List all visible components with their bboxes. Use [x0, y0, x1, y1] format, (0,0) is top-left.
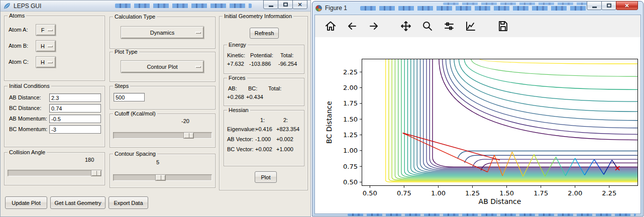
axes-box[interactable]: 0.500.751.001.251.501.752.002.250.500.75…	[362, 59, 638, 186]
plot-type-select[interactable]: Contour Plot	[121, 60, 204, 73]
y-tick-label: 2.00	[343, 84, 358, 91]
figure-canvas: 0.500.751.001.251.501.752.002.250.500.75…	[315, 37, 640, 213]
minimize-icon	[592, 7, 597, 8]
cutoff-slider[interactable]	[113, 132, 212, 139]
atom-b-value: H	[41, 43, 45, 49]
close-button[interactable]: ✕	[292, 0, 307, 9]
y-tick-label: 1.25	[343, 131, 358, 139]
figure-titlebar[interactable]: Figure 1 ✕	[312, 2, 643, 15]
atom-c-label: Atom C:	[9, 59, 29, 65]
atom-a-value: F	[41, 27, 45, 33]
dropdown-indicator-icon	[47, 45, 53, 47]
dropdown-indicator-icon	[47, 29, 53, 31]
y-axis-label: BC Distance	[325, 101, 333, 144]
collision-angle-label: Collision Angle	[8, 149, 47, 156]
maximize-icon	[607, 4, 611, 8]
save-button[interactable]	[494, 18, 511, 35]
atom-b-select[interactable]: H	[36, 40, 56, 52]
energy-total-header: Total:	[280, 52, 293, 58]
forward-button[interactable]	[365, 18, 382, 35]
contour-spacing-group: Contour Spacing 5	[110, 154, 216, 188]
glass-artifact	[443, 3, 594, 5]
export-data-button[interactable]: Export Data	[109, 196, 148, 209]
subplots-button[interactable]	[441, 18, 458, 35]
dropdown-indicator-icon	[195, 66, 201, 68]
plot-type-group: Plot Type Contour Plot	[110, 52, 216, 82]
initial-conditions-group: Initial Conditions AB Distance: BC Dista…	[4, 86, 105, 147]
ab-distance-label: AB Distance:	[9, 94, 41, 100]
energy-potential-header: Potential:	[250, 52, 273, 58]
contour-spacing-label: Contour Spacing	[113, 151, 157, 157]
contour-line	[392, 59, 638, 180]
bc-momentum-input[interactable]	[49, 125, 101, 134]
bc-distance-label: BC Distance:	[9, 105, 41, 111]
energy-label: Energy	[227, 42, 248, 48]
cutoff-slider-handle[interactable]	[183, 132, 194, 139]
pan-icon	[400, 20, 412, 32]
energy-kinetic-value: +7.632	[227, 61, 244, 67]
zoom-button[interactable]	[419, 18, 436, 35]
atom-c-select[interactable]: H	[36, 56, 56, 68]
hessian-bc-vector-1: +0.002	[255, 146, 272, 152]
forces-total-header: Total:	[268, 85, 281, 91]
hessian-label: Hessian	[227, 107, 250, 114]
figure-window: Figure 1 ✕ 0.500.751.001.251.501.7	[312, 1, 643, 216]
contour-line	[426, 59, 638, 169]
x-tick-label: 2.00	[568, 189, 582, 197]
contour-spacing-slider[interactable]	[113, 174, 212, 181]
initial-conditions-label: Initial Conditions	[8, 83, 51, 89]
y-tick-label: 0.50	[343, 178, 358, 186]
steps-input[interactable]	[114, 93, 145, 101]
ab-momentum-input[interactable]	[49, 115, 101, 123]
pan-button[interactable]	[397, 18, 414, 35]
dropdown-indicator-icon	[47, 61, 53, 63]
leps-titlebar[interactable]: LEPS GUI ✕	[1, 1, 310, 12]
zoom-icon	[421, 20, 434, 32]
minimize-button[interactable]	[587, 1, 602, 10]
energy-potential-value: -103.886	[249, 61, 271, 67]
contour-spacing-value: 5	[156, 159, 159, 165]
ab-distance-input[interactable]	[49, 93, 101, 102]
atoms-group: Atoms Atom A: F Atom B: H Atom C: H	[4, 16, 105, 81]
refresh-button[interactable]: Refresh	[250, 28, 279, 39]
atom-c-value: H	[41, 59, 45, 65]
y-tick-label: 1.00	[343, 147, 358, 154]
close-button[interactable]: ✕	[616, 1, 638, 10]
x-tick-label: 1.00	[431, 189, 446, 197]
sliders-icon	[443, 20, 455, 32]
minimize-icon	[269, 6, 273, 7]
maximize-button[interactable]	[601, 1, 616, 10]
initial-geometry-group: Initial Geometry Information Refresh Ene…	[219, 16, 308, 190]
leps-content: Atoms Atom A: F Atom B: H Atom C: H	[1, 12, 310, 216]
y-tick-label: 1.50	[343, 116, 358, 123]
update-plot-button[interactable]: Update Plot	[5, 196, 47, 209]
contour-line	[420, 59, 638, 171]
x-tick-label: 2.25	[602, 189, 616, 197]
home-button[interactable]	[322, 18, 339, 35]
atom-a-select[interactable]: F	[36, 24, 56, 36]
get-last-geometry-button[interactable]: Get Last Geometry	[50, 196, 105, 209]
collision-angle-slider[interactable]	[8, 170, 102, 176]
x-tick-label: 1.75	[533, 189, 548, 197]
contour-line	[423, 59, 638, 170]
y-tick-label: 0.75	[343, 163, 358, 170]
contour-spacing-slider-handle[interactable]	[155, 174, 166, 181]
calculation-type-select[interactable]: Dynamics	[121, 26, 204, 39]
plot-button[interactable]: Plot	[255, 171, 277, 183]
forces-ab-header: AB:	[228, 85, 237, 91]
back-button[interactable]	[344, 18, 361, 35]
hessian-ab-vector-1: -1.000	[255, 136, 271, 142]
plot-type-value: Contour Plot	[147, 64, 177, 70]
y-tick-label: 2.25	[343, 68, 358, 76]
hessian-bc-vector-2: +1.000	[276, 146, 293, 152]
maximize-button[interactable]	[278, 0, 293, 9]
line-chart-icon	[465, 20, 477, 32]
customize-button[interactable]	[462, 18, 479, 35]
plot-type-label: Plot Type	[113, 49, 139, 55]
hessian-group: Hessian 1: 2: Eigenvalue: +0.416 +823.35…	[224, 110, 304, 166]
minimize-button[interactable]	[263, 0, 278, 9]
bc-distance-input[interactable]	[49, 104, 101, 113]
calculation-type-value: Dynamics	[150, 30, 174, 36]
collision-angle-slider-handle[interactable]	[91, 170, 101, 176]
initial-geometry-label: Initial Geometry Information	[223, 13, 293, 20]
